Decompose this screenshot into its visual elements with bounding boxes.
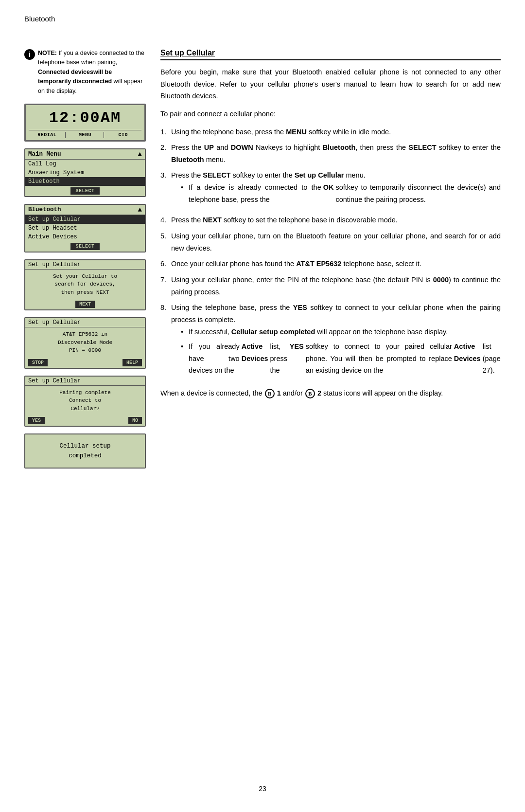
- scroll-arrow-icon: ▲: [138, 150, 142, 158]
- steps-list: 1. Using the telephone base, press the M…: [160, 126, 501, 382]
- bt-icon-2: B: [305, 389, 315, 398]
- step-1-bold: MENU: [286, 128, 307, 136]
- left-column: i NOTE: If you a device connected to the…: [24, 49, 146, 475]
- step-3-content: Press the SELECT softkey to enter the Se…: [171, 169, 501, 210]
- closing-1: 1: [275, 389, 281, 397]
- intro-paragraph: Before you begin, make sure that your Bl…: [160, 66, 501, 102]
- step-8-bold4: Active Devices: [454, 341, 481, 377]
- step-8-content: Using the telephone base, press the YES …: [171, 302, 501, 381]
- bt-menu-item-active-devices: Active Devices: [25, 233, 145, 241]
- step-8-num: 8.: [160, 302, 169, 381]
- step-8-yes: YES: [293, 304, 307, 311]
- closing-2: 2: [315, 389, 321, 397]
- step-7-num: 7.: [160, 274, 169, 298]
- step-8-bullet-1: If successful, Cellular setup completed …: [181, 326, 501, 338]
- info-icon: i: [24, 49, 35, 60]
- step-6: 6. Once your cellular phone has found th…: [160, 258, 501, 270]
- pairing-btns: YES NO: [25, 415, 145, 426]
- lcd-complete-screen: Cellular setup completed: [24, 433, 146, 469]
- setup-line-1: Set your Cellular to: [27, 272, 143, 281]
- step-2-bold1: UP: [204, 144, 214, 151]
- pairing-body: Pairing complete Connect to Cellular?: [25, 386, 145, 416]
- bt-select-bar: SELECT: [25, 241, 145, 252]
- lcd-menu-header: Main Menu ▲: [25, 149, 145, 160]
- setup-cellular-next-body: Set your Cellular to search for devices,…: [25, 270, 145, 300]
- step-8-bullets: If successful, Cellular setup completed …: [181, 326, 501, 377]
- lcd-pairing-screen: Set up Cellular Pairing complete Connect…: [24, 376, 146, 427]
- step-2-content: Press the UP and DOWN Navkeys to highlig…: [171, 142, 501, 165]
- step-8-bold2: Active Devices: [242, 341, 268, 377]
- complete-line-2: completed: [29, 451, 141, 461]
- step-8-bullet-2: If you already have two devices on the A…: [181, 341, 501, 377]
- bluetooth-menu-title: Bluetooth: [28, 206, 61, 213]
- bt-select-button[interactable]: SELECT: [70, 243, 99, 250]
- bt-menu-item-setup-headset: Set up Headset: [25, 224, 145, 233]
- menu-item-bluetooth: Bluetooth: [25, 177, 145, 186]
- right-column: Set up Cellular Before you begin, make s…: [160, 49, 501, 475]
- softkey-redial: REDIAL: [29, 132, 66, 138]
- step-4-content: Press the NEXT softkey to set the teleph…: [171, 214, 501, 226]
- bt-menu-item-setup-cellular: Set up Cellular: [25, 215, 145, 224]
- section-title-text: Set up Cellular: [160, 49, 215, 57]
- step-1-pre: Using the telephone base, press the: [171, 128, 286, 136]
- discoverable-header: Set up Cellular: [25, 318, 145, 327]
- step-6-bold: AT&T EP5632: [296, 260, 341, 268]
- pair-line-1: Pairing complete: [27, 389, 143, 397]
- step-8: 8. Using the telephone base, press the Y…: [160, 302, 501, 381]
- step-2-bold4: SELECT: [408, 144, 436, 151]
- next-bar: NEXT: [25, 299, 145, 309]
- lcd-main-menu-screen: Main Menu ▲ Call Log Answering System Bl…: [24, 148, 146, 197]
- lcd-setup-cellular-next-screen: Set up Cellular Set your Cellular to sea…: [24, 259, 146, 311]
- step-5-content: Using your cellular phone, turn on the B…: [171, 230, 501, 254]
- softkey-cid: CID: [105, 132, 141, 138]
- step-7-pin: 0000: [433, 276, 449, 284]
- complete-line-1: Cellular setup: [29, 441, 141, 451]
- section-title: Set up Cellular: [160, 49, 501, 60]
- menu-title: Main Menu: [28, 151, 61, 158]
- step-1-post: softkey while in idle mode.: [307, 128, 391, 136]
- step-1: 1. Using the telephone base, press the M…: [160, 126, 501, 138]
- closing-and: and/or: [281, 389, 305, 397]
- step-1-num: 1.: [160, 126, 169, 138]
- lcd-discoverable-screen: Set up Cellular AT&T EP5632 in Discovera…: [24, 317, 146, 369]
- step-3: 3. Press the SELECT softkey to enter the…: [160, 169, 501, 210]
- step-4-num: 4.: [160, 214, 169, 226]
- no-button[interactable]: NO: [128, 417, 142, 424]
- bluetooth-scroll-arrow-icon: ▲: [138, 206, 142, 214]
- step-2-bold5: Bluetooth: [171, 156, 204, 163]
- discoverable-btns: STOP HELP: [25, 358, 145, 368]
- step-3-num: 3.: [160, 169, 169, 210]
- step-3-bold1: SELECT: [203, 171, 230, 179]
- note-bold: Connected deviceswill be temporarily dis…: [38, 69, 112, 85]
- lcd-softkey-bar: REDIAL MENU CID: [29, 130, 141, 138]
- menu-item-calllog: Call Log: [25, 160, 145, 168]
- select-bar: SELECT: [25, 186, 145, 196]
- step-8-bold1: Cellular setup completed: [231, 326, 315, 338]
- stop-button[interactable]: STOP: [28, 359, 48, 366]
- menu-item-answering: Answering System: [25, 168, 145, 177]
- page-number: 23: [259, 785, 266, 793]
- step-2-bold2: DOWN: [231, 144, 253, 151]
- step-2-bold3: Bluetooth: [323, 144, 356, 151]
- step-3-ok: OK: [323, 181, 334, 205]
- pairing-header: Set up Cellular: [25, 377, 145, 386]
- pair-line-3: Cellular?: [27, 405, 143, 413]
- note-text: NOTE: If you a device connected to the t…: [38, 49, 146, 96]
- step-2: 2. Press the UP and DOWN Navkeys to high…: [160, 142, 501, 165]
- step-4-bold: NEXT: [203, 216, 222, 224]
- softkey-menu: MENU: [67, 132, 104, 138]
- lcd-time-display: 12:00AM: [29, 109, 141, 127]
- next-button[interactable]: NEXT: [75, 301, 95, 308]
- help-button[interactable]: HELP: [122, 359, 142, 366]
- lcd-clock-screen: 12:00AM REDIAL MENU CID: [24, 104, 146, 142]
- yes-button[interactable]: YES: [28, 417, 45, 424]
- step-3-bold2: Set up Cellular: [295, 171, 344, 179]
- closing-post: status icons will appear on the display.: [321, 389, 443, 397]
- lcd-bluetooth-header: Bluetooth ▲: [25, 205, 145, 215]
- step-8-bold3: YES: [290, 341, 304, 377]
- disc-line-2: Discoverable Mode: [27, 339, 143, 347]
- closing-text: When a device is connected, the B 1 and/…: [160, 387, 501, 399]
- select-button[interactable]: SELECT: [70, 187, 99, 195]
- page-section-label: Bluetooth: [24, 15, 55, 23]
- pair-line-2: Connect to: [27, 397, 143, 405]
